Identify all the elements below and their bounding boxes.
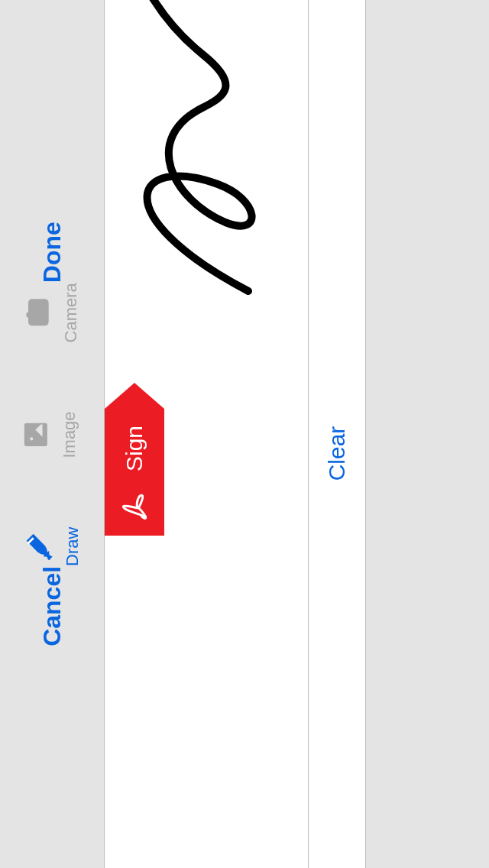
acrobat-icon <box>118 490 151 523</box>
footer: Save to Device <box>366 0 489 868</box>
tab-image[interactable]: Image <box>21 411 83 458</box>
camera-icon <box>21 297 52 328</box>
tab-camera[interactable]: Camera <box>21 283 83 342</box>
svg-point-1 <box>30 437 34 442</box>
tab-draw-label: Draw <box>63 527 83 566</box>
toolbar: Cancel Draw Image <box>0 0 104 868</box>
tab-draw[interactable]: Draw <box>21 527 83 566</box>
clear-button[interactable]: Clear <box>324 426 350 481</box>
clear-strip: Clear <box>309 0 366 868</box>
tab-image-label: Image <box>60 411 79 458</box>
image-icon <box>21 420 50 449</box>
svg-point-3 <box>34 308 44 318</box>
cancel-button[interactable]: Cancel <box>38 566 66 646</box>
sign-here-tag: Sign <box>105 383 164 536</box>
sign-tag-label: Sign <box>121 426 147 471</box>
signature-canvas[interactable]: Sign <box>104 0 309 868</box>
pen-icon <box>21 530 53 562</box>
signature-stroke <box>111 0 302 306</box>
done-button[interactable]: Done <box>38 222 66 283</box>
tab-camera-label: Camera <box>61 283 81 342</box>
svg-rect-4 <box>27 313 31 318</box>
input-method-tabs: Draw Image Camera <box>21 283 83 566</box>
